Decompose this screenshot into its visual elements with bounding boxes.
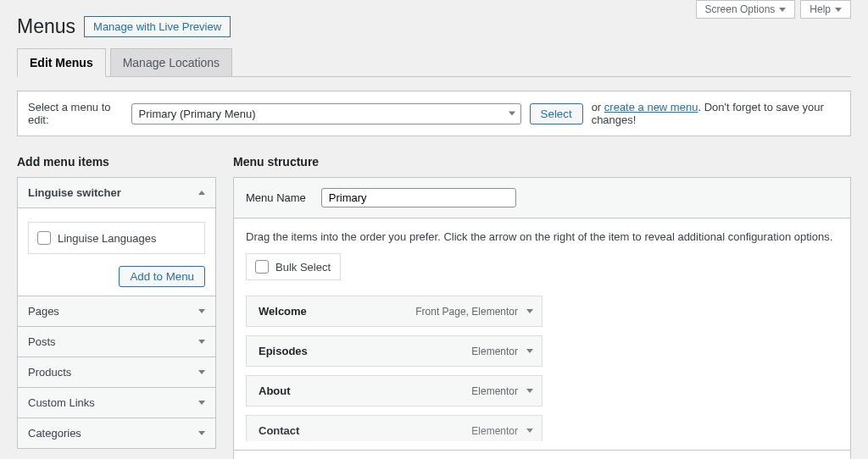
menu-items-list: Welcome Front Page, Elementor Episodes E… <box>246 296 542 441</box>
accordion-categories-title: Categories <box>28 427 81 440</box>
chevron-down-icon[interactable] <box>526 309 533 313</box>
select-button[interactable]: Select <box>530 103 583 124</box>
linguise-languages-label: Linguise Languages <box>58 232 156 245</box>
chevron-down-icon[interactable] <box>526 429 533 433</box>
accordion-linguise-header[interactable]: Linguise switcher <box>18 178 215 207</box>
accordion-custom-links-title: Custom Links <box>28 396 95 409</box>
tab-manage-locations[interactable]: Manage Locations <box>110 48 232 77</box>
menu-item[interactable]: Contact Elementor <box>246 415 542 441</box>
bulk-select-label: Bulk Select <box>275 261 331 274</box>
live-preview-button[interactable]: Manage with Live Preview <box>84 16 231 37</box>
add-to-menu-button[interactable]: Add to Menu <box>119 266 205 287</box>
chevron-down-icon <box>198 431 205 435</box>
accordion-pages-title: Pages <box>28 305 59 318</box>
chevron-down-icon <box>198 370 205 374</box>
accordion-pages-header[interactable]: Pages <box>18 296 215 326</box>
add-items-accordion: Linguise switcher Linguise Languages Add… <box>17 177 216 449</box>
chevron-down-icon <box>509 112 515 116</box>
accordion-custom-links-header[interactable]: Custom Links <box>18 387 215 418</box>
nav-tabs: Edit Menus Manage Locations <box>17 48 851 77</box>
menu-structure-heading: Menu structure <box>233 155 851 169</box>
linguise-languages-row[interactable]: Linguise Languages <box>37 231 196 245</box>
menu-instructions: Drag the items into the order you prefer… <box>246 230 838 243</box>
menu-item-type: Front Page, Elementor <box>415 306 518 318</box>
page-title: Menus <box>17 15 75 38</box>
chevron-down-icon[interactable] <box>526 349 533 353</box>
menu-select-value: Primary (Primary Menu) <box>139 108 256 120</box>
menu-item-title: Contact <box>259 424 471 437</box>
help-label: Help <box>810 3 831 15</box>
select-menu-bar: Select a menu to edit: Primary (Primary … <box>17 91 851 136</box>
menu-item-title: Welcome <box>259 305 415 318</box>
screen-options-button[interactable]: Screen Options <box>696 0 796 19</box>
tab-edit-menus[interactable]: Edit Menus <box>17 48 106 77</box>
menu-item-type: Elementor <box>471 425 518 437</box>
menu-item[interactable]: Episodes Elementor <box>246 335 542 367</box>
menu-structure-panel: Menu Name Drag the items into the order … <box>233 177 851 459</box>
chevron-down-icon <box>198 309 205 313</box>
accordion-products-header[interactable]: Products <box>18 357 215 387</box>
menu-item[interactable]: About Elementor <box>246 375 542 406</box>
bulk-select-toggle[interactable]: Bulk Select <box>246 253 341 280</box>
chevron-down-icon <box>198 401 205 405</box>
create-new-menu-link[interactable]: create a new menu <box>604 101 698 113</box>
menu-name-input[interactable] <box>321 188 516 207</box>
menu-item[interactable]: Welcome Front Page, Elementor <box>246 296 542 327</box>
select-menu-tail: or create a new menu. Don't forget to sa… <box>592 101 840 126</box>
chevron-down-icon <box>779 8 786 12</box>
menu-item-type: Elementor <box>471 346 518 357</box>
linguise-languages-checkbox[interactable] <box>37 231 51 245</box>
menu-item-title: Episodes <box>259 345 471 357</box>
chevron-down-icon <box>835 8 842 12</box>
chevron-down-icon[interactable] <box>526 389 533 393</box>
menu-name-label: Menu Name <box>246 191 306 204</box>
accordion-posts-header[interactable]: Posts <box>18 326 215 357</box>
accordion-linguise-body: Linguise Languages Add to Menu <box>18 207 215 296</box>
accordion-linguise-title: Linguise switcher <box>28 186 121 199</box>
screen-options-label: Screen Options <box>705 3 776 15</box>
chevron-up-icon <box>198 191 205 195</box>
help-button[interactable]: Help <box>800 0 851 19</box>
accordion-posts-title: Posts <box>28 335 56 348</box>
menu-item-title: About <box>259 384 471 397</box>
bulk-select-checkbox[interactable] <box>255 260 269 274</box>
chevron-down-icon <box>198 340 205 344</box>
add-items-heading: Add menu items <box>17 155 216 169</box>
accordion-categories-header[interactable]: Categories <box>18 418 215 448</box>
menu-select[interactable]: Primary (Primary Menu) <box>131 103 521 124</box>
select-menu-label: Select a menu to edit: <box>28 101 123 126</box>
menu-item-type: Elementor <box>471 385 518 397</box>
accordion-products-title: Products <box>28 366 71 379</box>
